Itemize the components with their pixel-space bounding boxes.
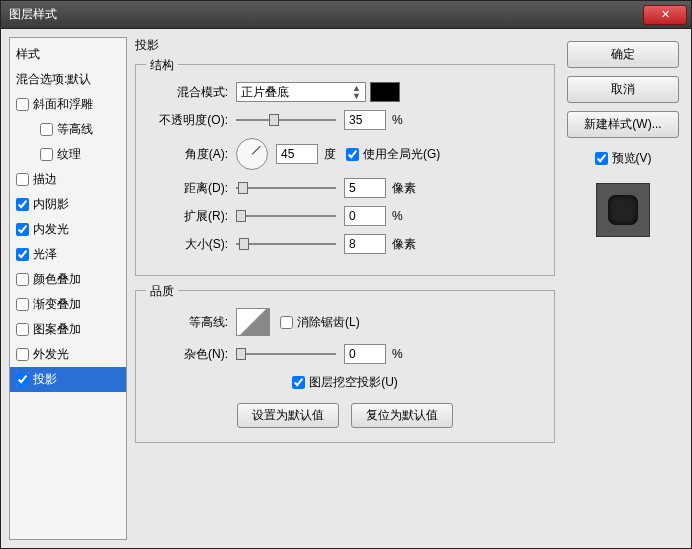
- style-item[interactable]: 等高线: [10, 117, 126, 142]
- style-checkbox[interactable]: [40, 123, 53, 136]
- blend-mode-select[interactable]: 正片叠底 ▲▼: [236, 82, 366, 102]
- shadow-color-swatch[interactable]: [370, 82, 400, 102]
- style-label: 颜色叠加: [33, 271, 81, 288]
- noise-label: 杂色(N):: [148, 346, 228, 363]
- angle-input[interactable]: [276, 144, 318, 164]
- action-panel: 确定 取消 新建样式(W)... 预览(V): [563, 37, 683, 540]
- style-checkbox[interactable]: [16, 173, 29, 186]
- style-item[interactable]: 斜面和浮雕: [10, 92, 126, 117]
- size-input[interactable]: [344, 234, 386, 254]
- contour-picker[interactable]: [236, 308, 270, 336]
- titlebar: 图层样式 ✕: [1, 1, 691, 29]
- set-default-button[interactable]: 设置为默认值: [237, 403, 339, 428]
- select-arrows-icon: ▲▼: [352, 84, 361, 100]
- style-checkbox[interactable]: [16, 323, 29, 336]
- style-item[interactable]: 内发光: [10, 217, 126, 242]
- style-item[interactable]: 渐变叠加: [10, 292, 126, 317]
- quality-group: 品质 等高线: 消除锯齿(L) 杂色(N): %: [135, 290, 555, 443]
- style-item[interactable]: 外发光: [10, 342, 126, 367]
- structure-label: 结构: [146, 57, 178, 74]
- style-item[interactable]: 描边: [10, 167, 126, 192]
- size-label: 大小(S):: [148, 236, 228, 253]
- antialias-checkbox[interactable]: 消除锯齿(L): [280, 314, 360, 331]
- global-light-checkbox[interactable]: 使用全局光(G): [346, 146, 440, 163]
- opacity-label: 不透明度(O):: [148, 112, 228, 129]
- distance-label: 距离(D):: [148, 180, 228, 197]
- style-checkbox[interactable]: [16, 298, 29, 311]
- style-item[interactable]: 内阴影: [10, 192, 126, 217]
- style-label: 等高线: [57, 121, 93, 138]
- spread-label: 扩展(R):: [148, 208, 228, 225]
- noise-slider[interactable]: [236, 346, 336, 362]
- style-checkbox[interactable]: [16, 273, 29, 286]
- style-label: 外发光: [33, 346, 69, 363]
- cancel-button[interactable]: 取消: [567, 76, 679, 103]
- angle-dial[interactable]: [236, 138, 268, 170]
- preview-thumbnail: [596, 183, 650, 237]
- new-style-button[interactable]: 新建样式(W)...: [567, 111, 679, 138]
- style-checkbox[interactable]: [40, 148, 53, 161]
- blend-options-item[interactable]: 混合选项:默认: [10, 67, 126, 92]
- close-button[interactable]: ✕: [643, 5, 687, 25]
- style-label: 图案叠加: [33, 321, 81, 338]
- style-checkbox[interactable]: [16, 348, 29, 361]
- style-item[interactable]: 图案叠加: [10, 317, 126, 342]
- window-title: 图层样式: [9, 6, 57, 23]
- style-label: 描边: [33, 171, 57, 188]
- blend-mode-label: 混合模式:: [148, 84, 228, 101]
- style-label: 内发光: [33, 221, 69, 238]
- noise-input[interactable]: [344, 344, 386, 364]
- styles-list: 样式 混合选项:默认 斜面和浮雕等高线纹理描边内阴影内发光光泽颜色叠加渐变叠加图…: [9, 37, 127, 540]
- style-label: 斜面和浮雕: [33, 96, 93, 113]
- style-checkbox[interactable]: [16, 373, 29, 386]
- settings-panel: 投影 结构 混合模式: 正片叠底 ▲▼ 不透明度(O): %: [135, 37, 555, 540]
- style-label: 投影: [33, 371, 57, 388]
- style-item[interactable]: 光泽: [10, 242, 126, 267]
- panel-title: 投影: [135, 37, 555, 54]
- opacity-input[interactable]: [344, 110, 386, 130]
- size-slider[interactable]: [236, 236, 336, 252]
- style-label: 光泽: [33, 246, 57, 263]
- contour-label: 等高线:: [148, 314, 228, 331]
- style-label: 渐变叠加: [33, 296, 81, 313]
- style-item[interactable]: 颜色叠加: [10, 267, 126, 292]
- opacity-slider[interactable]: [236, 112, 336, 128]
- angle-label: 角度(A):: [148, 146, 228, 163]
- structure-group: 结构 混合模式: 正片叠底 ▲▼ 不透明度(O): % 角度(A): [135, 64, 555, 276]
- style-checkbox[interactable]: [16, 198, 29, 211]
- styles-header: 样式: [10, 42, 126, 67]
- style-item[interactable]: 投影: [10, 367, 126, 392]
- style-item[interactable]: 纹理: [10, 142, 126, 167]
- spread-slider[interactable]: [236, 208, 336, 224]
- knockout-checkbox[interactable]: 图层挖空投影(U): [292, 374, 398, 391]
- distance-slider[interactable]: [236, 180, 336, 196]
- style-label: 纹理: [57, 146, 81, 163]
- style-checkbox[interactable]: [16, 98, 29, 111]
- distance-input[interactable]: [344, 178, 386, 198]
- style-label: 内阴影: [33, 196, 69, 213]
- style-checkbox[interactable]: [16, 223, 29, 236]
- style-checkbox[interactable]: [16, 248, 29, 261]
- preview-checkbox[interactable]: 预览(V): [595, 150, 652, 167]
- spread-input[interactable]: [344, 206, 386, 226]
- ok-button[interactable]: 确定: [567, 41, 679, 68]
- quality-label: 品质: [146, 283, 178, 300]
- layer-style-dialog: 图层样式 ✕ 样式 混合选项:默认 斜面和浮雕等高线纹理描边内阴影内发光光泽颜色…: [0, 0, 692, 549]
- preview-inner-icon: [608, 195, 638, 225]
- reset-default-button[interactable]: 复位为默认值: [351, 403, 453, 428]
